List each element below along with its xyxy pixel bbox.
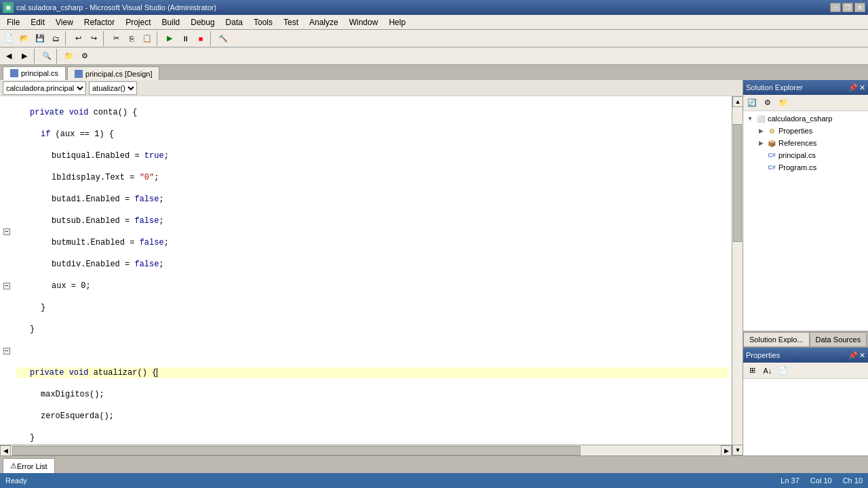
- se-item-principal-cs[interactable]: C# principal.cs: [745, 149, 867, 161]
- pp-property-pages[interactable]: 📄: [776, 363, 791, 378]
- code-header: calculadora.principal atualizar(): [0, 80, 743, 96]
- fold-cell: [0, 172, 14, 183]
- vscroll-track[interactable]: [732, 107, 743, 445]
- code-line-6: butsub.Enabled = false;: [16, 216, 729, 226]
- ln-indicator: Ln 37: [781, 476, 800, 485]
- status-text: Ready: [5, 476, 27, 485]
- pp-sort-category[interactable]: ⊞: [745, 363, 760, 378]
- fold-minus-load[interactable]: −: [0, 346, 14, 357]
- tab-principal-design[interactable]: principal.cs [Design]: [67, 66, 159, 80]
- horizontal-scrollbar[interactable]: ◀ ▶: [0, 445, 732, 455]
- tb-debug-start[interactable]: ▶: [162, 31, 177, 46]
- se-tab-data-sources[interactable]: Data Sources: [810, 332, 867, 347]
- menu-debug[interactable]: Debug: [185, 16, 220, 29]
- se-item-program-cs[interactable]: C# Program.cs: [745, 161, 867, 174]
- menu-project[interactable]: Project: [120, 16, 156, 29]
- code-text[interactable]: private void conta() { if (aux == 1) { b…: [14, 96, 732, 445]
- minimize-button[interactable]: ─: [830, 3, 841, 12]
- fold-cell: [0, 194, 14, 205]
- se-item-references[interactable]: ▶ 📦 References: [745, 137, 867, 149]
- se-properties[interactable]: ⚙: [760, 96, 775, 110]
- tb-build[interactable]: 🔨: [216, 31, 231, 46]
- fold-cell: [0, 270, 14, 281]
- expand-icon[interactable]: ▶: [755, 125, 766, 136]
- tb-redo[interactable]: ↪: [86, 31, 101, 46]
- references-icon: 📦: [766, 138, 777, 148]
- menu-data[interactable]: Data: [220, 16, 248, 29]
- vscroll-up[interactable]: ▲: [732, 96, 743, 107]
- vscroll-thumb[interactable]: [733, 124, 742, 242]
- se-refresh[interactable]: 🔄: [745, 96, 760, 110]
- menu-refactor[interactable]: Refactor: [79, 16, 120, 29]
- menu-view[interactable]: View: [50, 16, 79, 29]
- tb2-properties[interactable]: ⚙: [77, 49, 92, 64]
- fold-cell: [0, 96, 14, 107]
- bottom-tab-error-list[interactable]: ⚠ Error List: [3, 458, 55, 473]
- se-item-root[interactable]: ▼ ⬜ calculadora_csharp: [745, 113, 867, 125]
- se-item-properties[interactable]: ▶ ⚙ Properties: [745, 125, 867, 137]
- pp-sort-alpha[interactable]: A↓: [760, 363, 775, 378]
- tab-principal-cs[interactable]: principal.cs: [3, 66, 66, 80]
- solution-explorer-toolbar: 🔄 ⚙ 📁: [743, 95, 868, 111]
- fold-column: − − −: [0, 96, 14, 445]
- tb-open[interactable]: 📂: [17, 31, 32, 46]
- tb2-solution-explorer[interactable]: 📁: [62, 49, 77, 64]
- tb-debug-stop[interactable]: ■: [193, 31, 208, 46]
- menu-file[interactable]: File: [1, 16, 25, 29]
- hscroll-thumb[interactable]: [12, 446, 580, 455]
- tb2-find[interactable]: 🔍: [39, 49, 54, 64]
- tb-cut[interactable]: ✂: [108, 31, 123, 46]
- window-title: cal.suladora_csharp - Microsoft Visual S…: [16, 3, 830, 12]
- toolbar-secondary: ◀ ▶ 🔍 📁 ⚙: [0, 47, 868, 65]
- se-showall[interactable]: 📁: [776, 96, 791, 110]
- code-line-14: maxDigitos();: [16, 389, 729, 400]
- properties-titlebar: Properties 📌 ✕: [743, 348, 868, 363]
- menu-test[interactable]: Test: [278, 16, 304, 29]
- expand-icon[interactable]: ▶: [755, 138, 766, 148]
- fold-cell: [0, 216, 14, 226]
- expand-icon[interactable]: ▼: [745, 113, 755, 124]
- tb-copy[interactable]: ⎘: [124, 31, 139, 46]
- se-pin-button[interactable]: 📌: [848, 83, 858, 92]
- tb2-forward[interactable]: ▶: [17, 49, 32, 64]
- pp-close-button[interactable]: ✕: [859, 351, 865, 360]
- vscroll-down[interactable]: ▼: [732, 445, 743, 455]
- code-line-10: }: [16, 302, 729, 313]
- menu-analyze[interactable]: Analyze: [304, 16, 344, 29]
- method-selector[interactable]: atualizar(): [89, 81, 137, 95]
- window-controls: ─ ❐ ✕: [830, 3, 865, 12]
- hscroll-track[interactable]: [11, 445, 721, 455]
- fold-cell: [0, 118, 14, 129]
- hscroll-left[interactable]: ◀: [0, 445, 11, 455]
- fold-minus-atualizar[interactable]: −: [0, 226, 14, 237]
- vertical-scrollbar[interactable]: ▲ ▼: [732, 96, 743, 455]
- tb-undo[interactable]: ↩: [71, 31, 85, 46]
- menu-tools[interactable]: Tools: [248, 16, 278, 29]
- tb2-back[interactable]: ◀: [1, 49, 16, 64]
- restore-button[interactable]: ❐: [842, 3, 853, 12]
- menu-help[interactable]: Help: [383, 16, 411, 29]
- class-selector[interactable]: calculadora.principal: [3, 81, 86, 95]
- col-indicator: Col 10: [810, 476, 832, 485]
- tb-paste[interactable]: 📋: [140, 31, 155, 46]
- code-editor[interactable]: − − −: [0, 96, 732, 455]
- main-area: calculadora.principal atualizar(): [0, 80, 868, 455]
- tb-new[interactable]: 📄: [1, 31, 16, 46]
- fold-cell: [0, 140, 14, 150]
- close-button[interactable]: ✕: [854, 3, 865, 12]
- menu-build[interactable]: Build: [157, 16, 186, 29]
- se-label-references: References: [778, 139, 816, 147]
- hscroll-right[interactable]: ▶: [721, 445, 732, 455]
- statusbar: Ready Ln 37 Col 10 Ch 10: [0, 473, 868, 488]
- menu-edit[interactable]: Edit: [25, 16, 50, 29]
- pp-pin-button[interactable]: 📌: [848, 351, 858, 360]
- se-close-button[interactable]: ✕: [859, 83, 865, 92]
- se-tab-solution-explorer[interactable]: Solution Explo...: [743, 332, 810, 347]
- tb-debug-pause[interactable]: ⏸: [178, 31, 193, 46]
- tb-saveall[interactable]: 🗂: [48, 31, 63, 46]
- fold-minus-zero[interactable]: −: [0, 281, 14, 291]
- tb-save[interactable]: 💾: [33, 31, 47, 46]
- menu-window[interactable]: Window: [344, 16, 384, 29]
- fold-cell: [0, 129, 14, 140]
- editor-tabbar: principal.cs principal.cs [Design]: [0, 65, 868, 80]
